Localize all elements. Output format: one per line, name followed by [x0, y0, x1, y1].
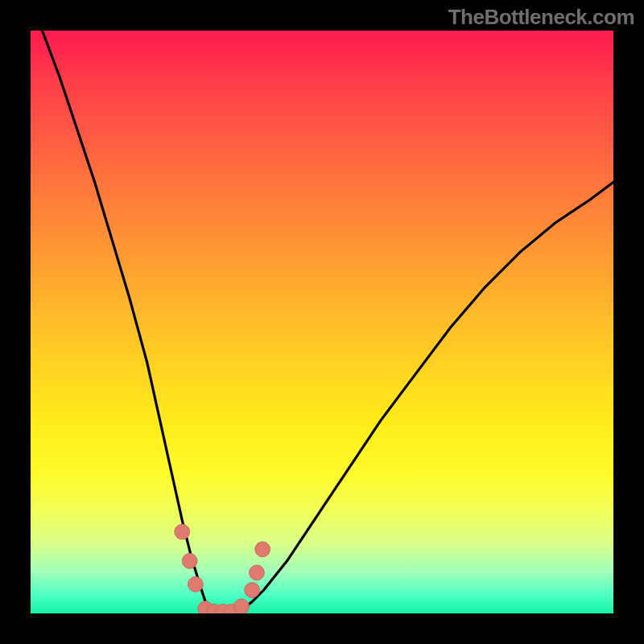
watermark-text: TheBottleneck.com [448, 5, 634, 30]
data-marker [234, 599, 250, 613]
chart-frame: TheBottleneck.com [0, 0, 644, 644]
bottleneck-curve [42, 31, 613, 613]
data-marker [255, 542, 270, 557]
data-marker [245, 583, 260, 598]
data-marker [182, 553, 197, 568]
data-marker [175, 524, 190, 539]
curve-layer [31, 31, 613, 613]
data-marker [188, 576, 203, 592]
plot-area [31, 31, 613, 613]
data-marker [250, 565, 265, 580]
